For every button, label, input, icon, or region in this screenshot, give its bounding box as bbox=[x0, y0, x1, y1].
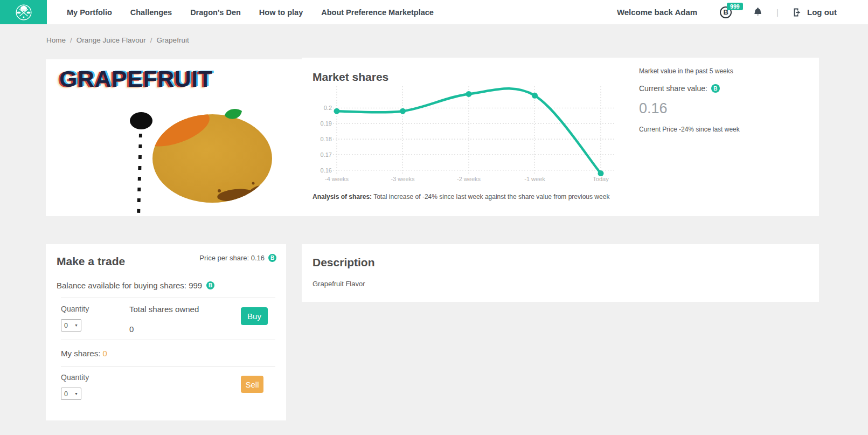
buy-row: Quantity 0 ▼ Total shares owned 0 Buy bbox=[61, 305, 275, 334]
product-image-card: GRAPEFRUIT bbox=[46, 59, 302, 216]
nav-divider: | bbox=[776, 8, 779, 17]
svg-text:0.19: 0.19 bbox=[321, 120, 332, 127]
make-a-trade-card: Price per share: 0.16 B Make a trade Bal… bbox=[46, 244, 286, 420]
sell-row: Quantity 0 ▼ Sell bbox=[61, 373, 275, 400]
analysis-body: Total increase of -24% since last week a… bbox=[372, 193, 609, 201]
nav-item-challenges[interactable]: Challenges bbox=[121, 8, 181, 17]
buy-quantity-label: Quantity bbox=[61, 305, 129, 313]
my-shares-value: 0 bbox=[103, 349, 107, 358]
total-shares-value: 0 bbox=[129, 324, 221, 334]
svg-text:-4 weeks: -4 weeks bbox=[325, 176, 349, 182]
sell-button[interactable]: Sell bbox=[241, 376, 263, 393]
coin-icon: B bbox=[206, 281, 214, 289]
current-share-value-row: Current share value: B bbox=[639, 84, 801, 93]
breadcrumb-current: Grapefruit bbox=[157, 36, 189, 44]
breadcrumb-category[interactable]: Orange Juice Flavour bbox=[77, 36, 146, 44]
coin-icon: B bbox=[711, 84, 720, 93]
sell-quantity-value: 0 bbox=[64, 390, 68, 398]
logout-button[interactable]: Log out bbox=[793, 8, 837, 17]
nav-right-cluster: Welcome back Adam B 999 | Log out bbox=[617, 6, 868, 18]
product-title-glitch-text: GRAPEFRUIT bbox=[59, 66, 213, 92]
chevron-down-icon: ▼ bbox=[74, 323, 78, 327]
svg-text:Today: Today bbox=[593, 176, 609, 182]
svg-text:-2 weeks: -2 weeks bbox=[457, 176, 481, 182]
my-shares-row: My shares: 0 bbox=[61, 349, 275, 358]
svg-text:0.16: 0.16 bbox=[321, 167, 332, 174]
breadcrumb-separator: / bbox=[70, 36, 72, 44]
market-chart: 0.20.190.180.170.16-4 weeks-3 weeks-2 we… bbox=[314, 84, 623, 187]
nav-item-dragons-den[interactable]: Dragon's Den bbox=[181, 8, 250, 17]
bottom-content-row: Price per share: 0.16 B Make a trade Bal… bbox=[46, 244, 819, 420]
chef-logo-icon bbox=[13, 2, 34, 23]
svg-text:-3 weeks: -3 weeks bbox=[391, 176, 415, 182]
balance-indicator: B 999 bbox=[720, 6, 732, 18]
price-change-note: Current Price -24% since last week bbox=[639, 126, 801, 133]
breadcrumb-home[interactable]: Home bbox=[46, 36, 66, 44]
divider bbox=[61, 298, 275, 298]
sell-quantity-select[interactable]: 0 ▼ bbox=[61, 388, 81, 400]
divider bbox=[61, 340, 275, 340]
svg-text:-1 week: -1 week bbox=[524, 176, 545, 182]
chart-title: Market shares bbox=[313, 71, 388, 84]
svg-text:0.17: 0.17 bbox=[321, 151, 332, 158]
current-share-label: Current share value: bbox=[639, 84, 707, 93]
price-per-share-row: Price per share: 0.16 B bbox=[199, 254, 276, 262]
balance-label: Balance available for buying shares: 999 bbox=[57, 281, 202, 290]
analysis-label: Analysis of shares: bbox=[313, 193, 372, 201]
balance-row: Balance available for buying shares: 999… bbox=[57, 281, 275, 290]
market-info-panel: Market value in the past 5 weeks Current… bbox=[639, 67, 801, 133]
balance-badge: 999 bbox=[727, 3, 743, 11]
buy-button[interactable]: Buy bbox=[241, 307, 268, 325]
top-nav: My Portfolio Challenges Dragon's Den How… bbox=[0, 0, 868, 24]
description-body: Grapefruit Flavor bbox=[313, 280, 808, 288]
buy-quantity-value: 0 bbox=[64, 322, 68, 329]
notifications-bell-icon[interactable] bbox=[753, 7, 762, 17]
welcome-text: Welcome back Adam bbox=[617, 8, 697, 17]
nav-links: My Portfolio Challenges Dragon's Den How… bbox=[58, 8, 443, 17]
total-shares-label: Total shares owned bbox=[129, 305, 221, 314]
svg-text:0.18: 0.18 bbox=[321, 136, 332, 142]
my-shares-label: My shares: bbox=[61, 349, 100, 358]
price-per-share-label: Price per share: 0.16 bbox=[199, 254, 265, 262]
app-logo[interactable] bbox=[0, 0, 47, 24]
buy-quantity-select[interactable]: 0 ▼ bbox=[61, 319, 81, 332]
market-subtitle: Market value in the past 5 weeks bbox=[639, 67, 801, 75]
nav-item-my-portfolio[interactable]: My Portfolio bbox=[58, 8, 121, 17]
description-title: Description bbox=[313, 256, 808, 269]
description-card: Description Grapefruit Flavor bbox=[302, 244, 819, 302]
logout-icon bbox=[793, 8, 802, 17]
current-share-value: 0.16 bbox=[639, 100, 801, 117]
sell-quantity-label: Quantity bbox=[61, 373, 129, 382]
coin-icon: B bbox=[268, 254, 276, 262]
nav-item-about[interactable]: About Preference Marketplace bbox=[312, 8, 443, 17]
svg-text:0.2: 0.2 bbox=[324, 105, 332, 111]
analysis-text: Analysis of shares: Total increase of -2… bbox=[313, 193, 609, 201]
market-shares-card: Market shares 0.20.190.180.170.16-4 week… bbox=[302, 58, 819, 216]
divider bbox=[61, 366, 275, 367]
nav-item-how-to-play[interactable]: How to play bbox=[250, 8, 312, 17]
breadcrumb-separator: / bbox=[150, 36, 152, 44]
logout-label: Log out bbox=[807, 8, 837, 17]
chevron-down-icon: ▼ bbox=[74, 392, 78, 396]
breadcrumb: Home / Orange Juice Flavour / Grapefruit bbox=[0, 24, 868, 44]
top-content-row: GRAPEFRUIT Market shares 0.20.190.180.17… bbox=[46, 58, 819, 216]
